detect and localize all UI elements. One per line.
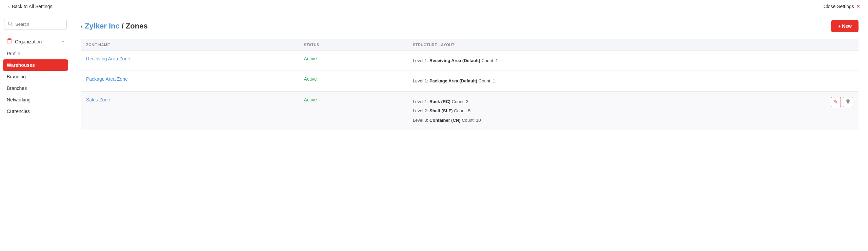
search-icon bbox=[8, 21, 13, 27]
breadcrumb-separator: / bbox=[122, 22, 124, 31]
delete-icon bbox=[846, 99, 850, 105]
level2-bold: Shelf (SLF) bbox=[429, 108, 453, 113]
breadcrumb-back-icon[interactable]: ‹ bbox=[81, 23, 83, 30]
status-badge: Active bbox=[304, 56, 317, 61]
org-chevron-icon: ▾ bbox=[62, 39, 64, 44]
actions-cell bbox=[796, 51, 859, 71]
level1-prefix: Level 1: bbox=[413, 58, 429, 63]
app-container: ‹ Back to All Settings Close Settings × bbox=[0, 0, 868, 251]
status-cell: Active bbox=[299, 51, 407, 71]
back-to-settings-link[interactable]: ‹ Back to All Settings bbox=[8, 4, 53, 9]
level3-prefix: Level 3: bbox=[413, 118, 429, 123]
level1-bold: Package Area (Default) bbox=[429, 78, 477, 83]
sidebar-item-branches[interactable]: Branches bbox=[3, 82, 68, 94]
structure-level-3: Level 3: Container (CN) Count: 10 bbox=[413, 116, 791, 125]
main-layout: Organization ▾ Profile Warehouses Brandi… bbox=[0, 13, 868, 251]
sidebar-item-branding[interactable]: Branding bbox=[3, 71, 68, 82]
edit-button[interactable]: ✎ bbox=[831, 97, 841, 107]
level1-suffix: Count: 1 bbox=[477, 78, 495, 83]
structure-levels: Level 1: Receiving Area (Default) Count:… bbox=[413, 56, 791, 65]
table-row: Package Area Zone Active Level 1: Packag… bbox=[81, 71, 859, 91]
currencies-label: Currencies bbox=[7, 109, 30, 114]
row-actions: ✎ bbox=[802, 97, 853, 107]
level2-prefix: Level 2: bbox=[413, 108, 429, 113]
org-item-inner: Organization bbox=[7, 38, 42, 45]
zone-name-cell: Package Area Zone bbox=[81, 71, 299, 91]
sidebar: Organization ▾ Profile Warehouses Brandi… bbox=[0, 13, 71, 251]
structure-level-1: Level 1: Receiving Area (Default) Count:… bbox=[413, 56, 791, 65]
status-badge: Active bbox=[304, 76, 317, 82]
branches-label: Branches bbox=[7, 85, 27, 91]
sidebar-item-organization[interactable]: Organization ▾ bbox=[3, 35, 68, 48]
level3-bold: Container (CN) bbox=[429, 118, 461, 123]
profile-label: Profile bbox=[7, 51, 20, 56]
zone-name-cell: Sales Zone bbox=[81, 91, 299, 130]
edit-icon: ✎ bbox=[834, 99, 838, 105]
structure-level-1: Level 1: Rack (RC) Count: 3 bbox=[413, 97, 791, 106]
close-settings-button[interactable]: Close Settings × bbox=[823, 3, 860, 9]
top-bar: ‹ Back to All Settings Close Settings × bbox=[0, 0, 868, 13]
zone-name-link[interactable]: Sales Zone bbox=[86, 97, 110, 102]
structure-level-2: Level 2: Shelf (SLF) Count: 5 bbox=[413, 106, 791, 115]
delete-button[interactable] bbox=[843, 97, 853, 107]
status-cell: Active bbox=[299, 71, 407, 91]
org-label: Organization bbox=[15, 39, 42, 44]
level3-suffix: Count: 10 bbox=[461, 118, 481, 123]
table-header: Zone Name Status Structure Layout bbox=[81, 39, 859, 51]
close-settings-label: Close Settings bbox=[823, 4, 854, 9]
sidebar-item-networking[interactable]: Networking bbox=[3, 94, 68, 105]
col-header-actions bbox=[796, 39, 859, 51]
breadcrumb-parent[interactable]: Zylker Inc bbox=[85, 22, 120, 31]
back-label: Back to All Settings bbox=[12, 4, 53, 9]
new-zone-button[interactable]: + New bbox=[831, 20, 859, 32]
level1-prefix: Level 1: bbox=[413, 78, 429, 83]
level1-suffix: Count: 3 bbox=[450, 99, 468, 104]
back-chevron-icon: ‹ bbox=[8, 4, 10, 9]
structure-layout-cell: Level 1: Rack (RC) Count: 3 Level 2: She… bbox=[407, 91, 796, 130]
svg-rect-2 bbox=[7, 40, 12, 43]
table-body: Receiving Area Zone Active Level 1: Rece… bbox=[81, 51, 859, 130]
table-row: Sales Zone Active Level 1: Rack (RC) Cou… bbox=[81, 91, 859, 130]
close-x-icon: × bbox=[857, 3, 860, 9]
org-section: Organization ▾ Profile Warehouses Brandi… bbox=[0, 35, 71, 117]
level1-bold: Rack (RC) bbox=[429, 99, 450, 104]
breadcrumb-current: Zones bbox=[126, 22, 148, 31]
level1-suffix: Count: 1 bbox=[480, 58, 498, 63]
zone-name-cell: Receiving Area Zone bbox=[81, 51, 299, 71]
structure-levels: Level 1: Rack (RC) Count: 3 Level 2: She… bbox=[413, 97, 791, 125]
status-cell: Active bbox=[299, 91, 407, 130]
structure-level-1: Level 1: Package Area (Default) Count: 1 bbox=[413, 76, 791, 85]
zones-table: Zone Name Status Structure Layout bbox=[81, 39, 859, 130]
level2-suffix: Count: 5 bbox=[453, 108, 471, 113]
search-input[interactable] bbox=[15, 22, 63, 27]
level1-prefix: Level 1: bbox=[413, 99, 429, 104]
col-header-status: Status bbox=[299, 39, 407, 51]
sidebar-item-warehouses[interactable]: Warehouses bbox=[3, 59, 68, 71]
page-header: ‹ Zylker Inc / Zones + New bbox=[81, 20, 859, 32]
warehouses-label: Warehouses bbox=[7, 62, 35, 68]
structure-layout-cell: Level 1: Receiving Area (Default) Count:… bbox=[407, 51, 796, 71]
structure-levels: Level 1: Package Area (Default) Count: 1 bbox=[413, 76, 791, 85]
zone-name-link[interactable]: Receiving Area Zone bbox=[86, 56, 130, 61]
sidebar-item-profile[interactable]: Profile bbox=[3, 48, 68, 59]
actions-cell: ✎ bbox=[796, 91, 859, 130]
structure-layout-cell: Level 1: Package Area (Default) Count: 1 bbox=[407, 71, 796, 91]
svg-line-1 bbox=[11, 25, 13, 26]
table-row: Receiving Area Zone Active Level 1: Rece… bbox=[81, 51, 859, 71]
search-box[interactable] bbox=[4, 19, 67, 30]
branding-label: Branding bbox=[7, 74, 26, 79]
networking-label: Networking bbox=[7, 97, 31, 102]
breadcrumb: ‹ Zylker Inc / Zones bbox=[81, 22, 148, 31]
col-header-zone-name: Zone Name bbox=[81, 39, 299, 51]
search-container bbox=[0, 19, 71, 34]
status-badge: Active bbox=[304, 97, 317, 102]
col-header-structure: Structure Layout bbox=[407, 39, 796, 51]
sidebar-item-currencies[interactable]: Currencies bbox=[3, 105, 68, 117]
level1-bold: Receiving Area (Default) bbox=[429, 58, 480, 63]
content-area: ‹ Zylker Inc / Zones + New Zone Name bbox=[71, 13, 868, 251]
actions-cell bbox=[796, 71, 859, 91]
zone-name-link[interactable]: Package Area Zone bbox=[86, 76, 128, 82]
new-button-label: + New bbox=[838, 23, 852, 29]
organization-icon bbox=[7, 38, 12, 45]
